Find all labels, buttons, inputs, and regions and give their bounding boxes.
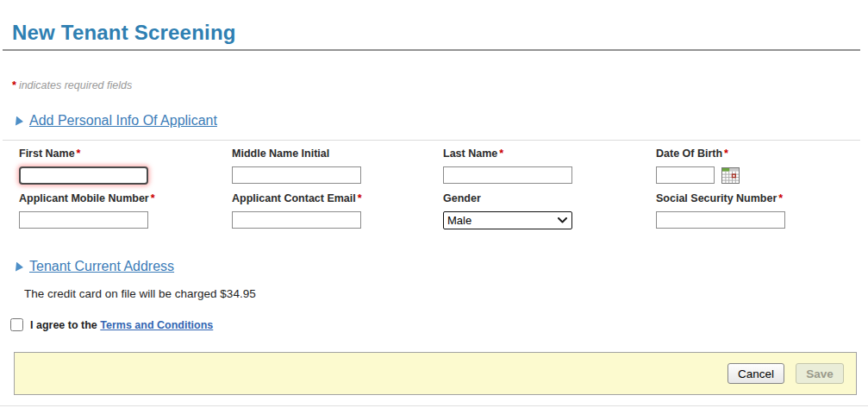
middle-name-input[interactable] [232, 166, 361, 184]
ssn-label: Social Security Number* [656, 192, 785, 204]
last-name-label: Last Name* [443, 148, 572, 160]
required-asterisk: * [77, 148, 81, 160]
chevron-right-icon [16, 262, 23, 272]
section-current-address-link[interactable]: Tenant Current Address [29, 259, 174, 274]
first-name-input[interactable] [19, 166, 148, 185]
save-button[interactable]: Save [796, 363, 844, 384]
mobile-number-label: Applicant Mobile Number* [19, 192, 155, 204]
section-current-address-header[interactable]: Tenant Current Address [16, 258, 174, 275]
chevron-right-icon [16, 116, 23, 126]
required-asterisk: * [499, 148, 503, 160]
gender-label: Gender [443, 192, 572, 204]
date-of-birth-input[interactable] [656, 166, 715, 184]
first-name-label: First Name* [19, 148, 148, 160]
terms-agreement-text: I agree to the Terms and Conditions [30, 319, 213, 331]
required-asterisk: * [358, 192, 362, 204]
field-contact-email: Applicant Contact Email* [232, 192, 362, 229]
last-name-input[interactable] [443, 166, 572, 184]
required-asterisk: * [724, 148, 728, 160]
contact-email-label: Applicant Contact Email* [232, 192, 362, 204]
section-personal-info-link[interactable]: Add Personal Info Of Applicant [29, 113, 217, 129]
calendar-icon[interactable] [721, 167, 740, 184]
required-asterisk: * [778, 192, 783, 204]
ssn-input[interactable] [656, 211, 785, 229]
field-first-name: First Name* [19, 148, 148, 185]
page-bottom-divider [0, 405, 868, 406]
required-asterisk: * [12, 79, 16, 91]
contact-email-input[interactable] [232, 211, 361, 229]
section-divider [3, 140, 860, 141]
date-of-birth-label: Date Of Birth* [656, 148, 740, 160]
field-mobile-number: Applicant Mobile Number* [19, 192, 155, 229]
section-personal-info-header[interactable]: Add Personal Info Of Applicant [16, 112, 217, 129]
footer-action-bar: Cancel Save [14, 352, 857, 395]
terms-checkbox[interactable] [10, 318, 23, 331]
new-tenant-screening-page: New Tenant Screening *indicates required… [0, 0, 868, 408]
middle-name-label: Middle Name Initial [232, 148, 361, 160]
required-asterisk: * [151, 192, 155, 204]
gender-select[interactable]: Male [443, 211, 572, 229]
field-last-name: Last Name* [443, 148, 572, 184]
terms-and-conditions-link[interactable]: Terms and Conditions [100, 319, 213, 331]
mobile-number-input[interactable] [19, 211, 148, 229]
charge-notice: The credit card on file will be charged … [24, 287, 256, 300]
field-gender: Gender Male [443, 192, 572, 229]
field-ssn: Social Security Number* [656, 192, 785, 229]
terms-agreement-row: I agree to the Terms and Conditions [10, 318, 213, 331]
cancel-button[interactable]: Cancel [727, 363, 784, 384]
title-divider [3, 49, 860, 51]
page-title: New Tenant Screening [12, 21, 236, 45]
required-fields-note: *indicates required fields [12, 79, 132, 91]
field-date-of-birth: Date Of Birth* [656, 148, 740, 184]
field-middle-name: Middle Name Initial [232, 148, 361, 184]
required-note-text: indicates required fields [19, 79, 132, 91]
